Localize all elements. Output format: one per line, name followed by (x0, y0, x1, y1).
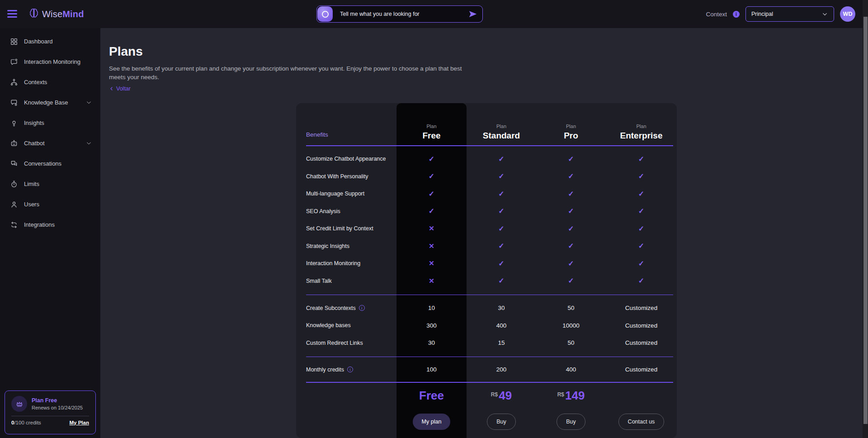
insights-icon (10, 119, 18, 127)
chevron-down-icon (85, 140, 92, 147)
section-divider (306, 295, 673, 295)
feature-row: Multi-language Support✓✓✓✓ (296, 185, 677, 203)
check-icon-standard: ✓ (467, 207, 536, 215)
check-icon-enterprise: ✓ (606, 224, 677, 233)
check-icon-enterprise: ✓ (606, 172, 677, 181)
feature-row: SEO Analysis✓✓✓✓ (296, 203, 677, 220)
brand-logo: WiseMind (28, 7, 84, 21)
plan-header-enterprise: PlanEnterprise (606, 124, 677, 145)
info-icon[interactable]: i (347, 367, 353, 372)
buy-standard-button[interactable]: Buy (487, 414, 516, 430)
main-content: Plans See the benefits of your current p… (100, 28, 863, 438)
feature-row: Small Talk✕✓✓✓ (296, 272, 677, 290)
feature-row: Set Credit Limit by Context✕✓✓✓ (296, 220, 677, 238)
plan-prefix-label: Plan (467, 124, 536, 129)
price-free: Free (396, 389, 467, 403)
users-icon (10, 200, 18, 209)
page-description: See the benefits of your current plan an… (109, 64, 475, 81)
currency-label: R$ (557, 391, 564, 398)
info-icon[interactable]: i (359, 305, 365, 311)
sidebar-item-label: Limits (24, 181, 39, 187)
sidebar-item-label: Chatbot (24, 140, 45, 147)
send-icon[interactable] (463, 6, 482, 22)
sidebar-item-label: Contexts (24, 79, 47, 86)
price-amount: 149 (565, 389, 585, 402)
scrollbar-thumb[interactable] (863, 17, 868, 424)
sidebar-item-chatbot[interactable]: Chatbot (0, 133, 100, 153)
price-pro: R$149 (536, 389, 606, 403)
sidebar-item-conversations[interactable]: Conversations (0, 153, 100, 174)
my-plan-link[interactable]: My Plan (70, 420, 89, 425)
plan-prefix-label: Plan (606, 124, 677, 129)
sidebar-item-label: Integrations (24, 221, 55, 228)
currency-label: R$ (491, 391, 498, 398)
plan-action-enterprise: Contact us (606, 414, 677, 430)
credits-value-enterprise: Customized (606, 366, 677, 373)
limit-value-enterprise: Customized (606, 339, 677, 346)
check-icon-pro: ✓ (536, 190, 606, 198)
back-link[interactable]: Voltar (109, 86, 131, 92)
plan-prefix-label: Plan (536, 124, 606, 129)
limit-value-standard: 15 (467, 339, 536, 346)
sidebar-item-dashboard[interactable]: Dashboard (0, 31, 100, 52)
plan-action-pro: Buy (536, 414, 606, 430)
check-icon-enterprise: ✓ (606, 259, 677, 268)
check-icon-standard: ✓ (467, 259, 536, 268)
sidebar-item-users[interactable]: Users (0, 194, 100, 214)
limits-icon (10, 180, 18, 188)
my-plan-button[interactable]: My plan (413, 414, 451, 430)
plan-header-pro: PlanPro (536, 124, 606, 145)
feature-label: SEO Analysis (296, 208, 396, 214)
interaction-monitoring-icon (10, 58, 18, 66)
contact-us-button[interactable]: Contact us (618, 414, 665, 430)
plan-card-title: Plan Free (32, 397, 83, 404)
chevron-down-icon (821, 11, 828, 18)
menu-icon[interactable] (7, 10, 17, 18)
plan-action-standard: Buy (467, 414, 536, 430)
monthly-credits-label: Monthly creditsi (296, 367, 396, 373)
cross-icon-free: ✕ (396, 242, 467, 250)
feature-row: Interaction Monitoring✕✓✓✓ (296, 255, 677, 272)
limit-label: Custom Redirect Links (296, 340, 396, 346)
limit-value-free: 30 (396, 339, 467, 346)
sidebar-item-insights[interactable]: Insights (0, 113, 100, 133)
cross-icon-free: ✕ (396, 259, 467, 267)
context-select[interactable]: Principal (745, 6, 834, 22)
check-icon-enterprise: ✓ (606, 155, 677, 163)
check-icon-pro: ✓ (536, 276, 606, 285)
credits-section: Monthly creditsi100200400Customized (296, 357, 677, 382)
crown-icon (11, 396, 27, 412)
cross-icon-free: ✕ (396, 277, 467, 285)
sidebar-item-knowledge-base[interactable]: Knowledge Base (0, 92, 100, 113)
sidebar-item-contexts[interactable]: Contexts (0, 72, 100, 92)
plans-comparison-table: BenefitsPlanFreePlanStandardPlanProPlanE… (296, 103, 677, 438)
limit-value-pro: 10000 (536, 322, 606, 329)
page-scrollbar[interactable] (863, 0, 868, 438)
check-icon-standard: ✓ (467, 172, 536, 181)
limit-row: Custom Redirect Links301550Customized (296, 334, 677, 352)
context-info-icon[interactable]: i (733, 11, 740, 18)
header-divider (306, 145, 673, 146)
sidebar-item-integrations[interactable]: Integrations (0, 214, 100, 235)
sidebar-item-interaction-monitoring[interactable]: Interaction Monitoring (0, 52, 100, 72)
feature-label: Interaction Monitoring (296, 260, 396, 267)
brand-name: WiseMind (42, 9, 84, 19)
avatar[interactable]: WD (840, 6, 855, 22)
conversations-icon (10, 160, 18, 168)
plan-name-label: Enterprise (606, 131, 677, 141)
plan-prefix-label: Plan (396, 124, 467, 129)
check-icon-pro: ✓ (536, 242, 606, 250)
monthly-credits-row: Monthly creditsi100200400Customized (296, 361, 677, 378)
check-icon-free: ✓ (396, 172, 467, 181)
sidebar-item-limits[interactable]: Limits (0, 174, 100, 194)
sidebar-nav: DashboardInteraction MonitoringContextsK… (0, 28, 100, 235)
topbar-right-cluster: Context i Principal WD (706, 0, 855, 28)
sidebar-item-label: Dashboard (24, 38, 53, 45)
check-icon-enterprise: ✓ (606, 207, 677, 215)
search-input[interactable] (333, 11, 463, 17)
limit-value-standard: 30 (467, 305, 536, 311)
check-icon-pro: ✓ (536, 224, 606, 233)
sidebar-item-label: Users (24, 201, 39, 208)
check-icon-enterprise: ✓ (606, 242, 677, 250)
buy-pro-button[interactable]: Buy (557, 414, 585, 430)
